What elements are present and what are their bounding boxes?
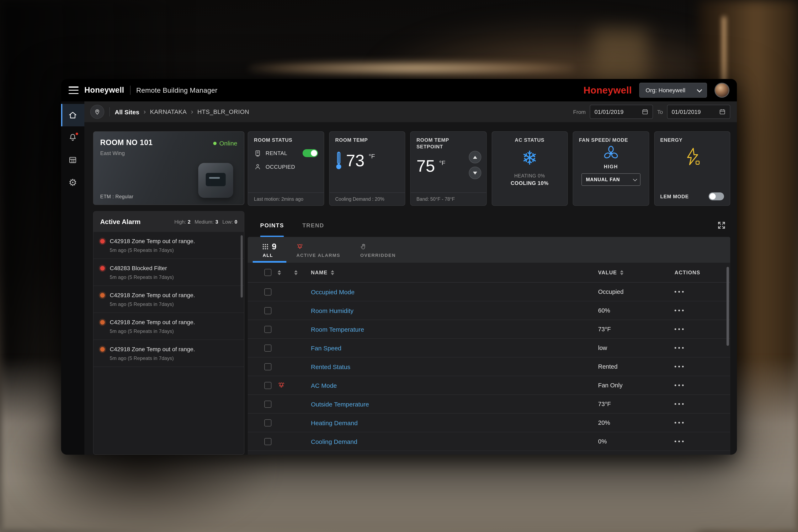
point-name-link[interactable]: Room Humidity [311, 307, 592, 314]
row-actions-button[interactable] [674, 345, 720, 351]
sidebar-item-settings[interactable]: ⚙ [61, 171, 84, 194]
room-temp-value: 73 [346, 152, 364, 169]
row-checkbox[interactable] [264, 344, 271, 352]
value-column-header[interactable]: VALUE [598, 269, 669, 276]
point-name-link[interactable]: Room Temperature [311, 326, 592, 333]
alarm-bell-icon [278, 382, 285, 389]
breadcrumb-all-sites[interactable]: All Sites [115, 108, 139, 115]
filter-tab-overridden[interactable]: OVERRIDDEN [350, 237, 406, 263]
point-name-link[interactable]: Outside Temperature [311, 400, 592, 407]
from-date-input[interactable]: 01/01/2019 [590, 105, 653, 119]
org-selector[interactable]: Org: Honeywell [640, 83, 707, 98]
row-actions-button[interactable] [674, 438, 720, 445]
cooling-text: COOLING 10% [511, 180, 548, 186]
sidebar-item-schedule[interactable] [61, 149, 84, 171]
table-scrollbar[interactable] [726, 267, 729, 346]
chevron-down-icon [633, 177, 637, 181]
row-checkbox[interactable] [264, 382, 271, 389]
point-name-link[interactable]: Cooling Demand [311, 438, 592, 445]
alarm-list-item[interactable]: C42918 Zone Temp out of range. 5m ago (5… [94, 286, 244, 313]
sort-icon [331, 270, 334, 275]
location-pin-button[interactable] [90, 105, 104, 119]
nav-rail: ⚙ [61, 101, 84, 455]
sort-icon[interactable] [278, 270, 288, 275]
row-checkbox[interactable] [264, 400, 271, 407]
sidebar-item-home[interactable] [61, 104, 84, 126]
filter-tab-active-alarms[interactable]: ACTIVE ALARMS [286, 237, 350, 263]
room-temp-card: ROOM TEMP 73 °F Cooling Demand : 20% [329, 131, 405, 206]
tab-points[interactable]: POINTS [260, 214, 284, 237]
alarm-list-item[interactable]: C42918 Zone Temp out of range. 5m ago (5… [94, 232, 244, 259]
sidebar-item-alarms[interactable] [61, 126, 84, 149]
alarm-list-item[interactable]: C42918 Zone Temp out of range. 5m ago (5… [94, 340, 244, 367]
expand-button[interactable] [717, 221, 726, 230]
row-actions-button[interactable] [674, 419, 720, 426]
person-icon [254, 163, 262, 170]
left-column: ROOM NO 101 East Wing Online ETM : Regul… [93, 131, 244, 455]
rental-toggle[interactable] [302, 149, 318, 157]
alarm-item-meta: 5m ago (5 Repeats in 7days) [110, 274, 174, 280]
row-actions-button[interactable] [674, 401, 720, 407]
row-actions-button[interactable] [674, 363, 720, 370]
occupied-label: OCCUPIED [266, 164, 295, 170]
row-checkbox[interactable] [264, 419, 271, 426]
setpoint-down-button[interactable] [469, 167, 481, 179]
select-all-checkbox[interactable] [264, 269, 271, 276]
location-pin-icon [94, 109, 100, 115]
row-actions-button[interactable] [674, 326, 720, 332]
fan-card: FAN SPEED/ MODE HIGH MANUAL FAN [573, 131, 649, 206]
point-name-link[interactable]: Heating Demand [311, 419, 592, 426]
point-value: low [598, 345, 669, 351]
thermometer-icon [335, 151, 342, 170]
row-checkbox[interactable] [264, 307, 271, 314]
point-name-link[interactable]: Fan Speed [311, 344, 592, 352]
setpoint-unit: °F [439, 159, 445, 167]
from-date-value: 01/01/2019 [594, 109, 639, 115]
sort-icon[interactable] [294, 270, 305, 275]
alarm-item-title: C48283 Blocked Filter [110, 265, 174, 271]
lem-mode-toggle[interactable] [709, 192, 724, 200]
point-value: 20% [598, 419, 669, 426]
point-name-link[interactable]: Occupied Mode [311, 288, 592, 295]
table-row: Room Temperature 73°F [248, 320, 730, 339]
rental-icon [254, 149, 262, 157]
row-checkbox[interactable] [264, 288, 271, 295]
calendar-icon [719, 109, 726, 115]
row-actions-button[interactable] [674, 288, 720, 295]
room-subtitle: East Wing [100, 150, 237, 156]
to-date-input[interactable]: 01/01/2019 [667, 105, 730, 119]
tabs-row: POINTS TREND [248, 214, 730, 237]
all-count: 9 [272, 242, 277, 251]
tab-trend[interactable]: TREND [302, 214, 324, 237]
point-name-link[interactable]: AC Mode [311, 382, 592, 389]
avatar[interactable] [715, 83, 729, 98]
alarm-severity-dot [100, 239, 105, 244]
row-checkbox[interactable] [264, 363, 271, 370]
cooling-demand-text: Cooling Demand : 20% [329, 192, 405, 205]
top-bar: Honeywell Remote Building Manager Honeyw… [61, 79, 737, 101]
room-card: ROOM NO 101 East Wing Online ETM : Regul… [93, 131, 244, 205]
name-column-header[interactable]: NAME [311, 269, 592, 276]
app-title: Remote Building Manager [136, 86, 217, 94]
alarm-list-item[interactable]: C42918 Zone Temp out of range. 5m ago (5… [94, 313, 244, 340]
hamburger-menu-icon[interactable] [69, 87, 79, 94]
energy-card: ENERGY LEM MODE [654, 131, 730, 206]
point-name-link[interactable]: Rented Status [311, 363, 592, 370]
row-checkbox[interactable] [264, 438, 271, 445]
alarm-scrollbar[interactable] [241, 235, 243, 298]
breadcrumb-building[interactable]: HTS_BLR_ORION [197, 109, 249, 115]
breadcrumb-site[interactable]: KARNATAKA [150, 109, 187, 115]
filter-tab-all[interactable]: 9 ALL [253, 237, 286, 263]
row-checkbox[interactable] [264, 326, 271, 333]
alarm-bell-icon [296, 243, 303, 250]
card-title: ROOM TEMP SETPOINT [416, 137, 462, 150]
alarm-severity-dot [100, 293, 105, 298]
card-title: ROOM STATUS [254, 137, 318, 144]
row-actions-button[interactable] [674, 307, 720, 314]
row-actions-button[interactable] [674, 382, 720, 388]
alarm-list-item[interactable]: C48283 Blocked Filter 5m ago (5 Repeats … [94, 259, 244, 286]
fan-mode-dropdown[interactable]: MANUAL FAN [582, 173, 641, 186]
setpoint-up-button[interactable] [469, 151, 481, 163]
home-icon [68, 111, 77, 120]
filter-overridden-label: OVERRIDDEN [360, 253, 396, 258]
